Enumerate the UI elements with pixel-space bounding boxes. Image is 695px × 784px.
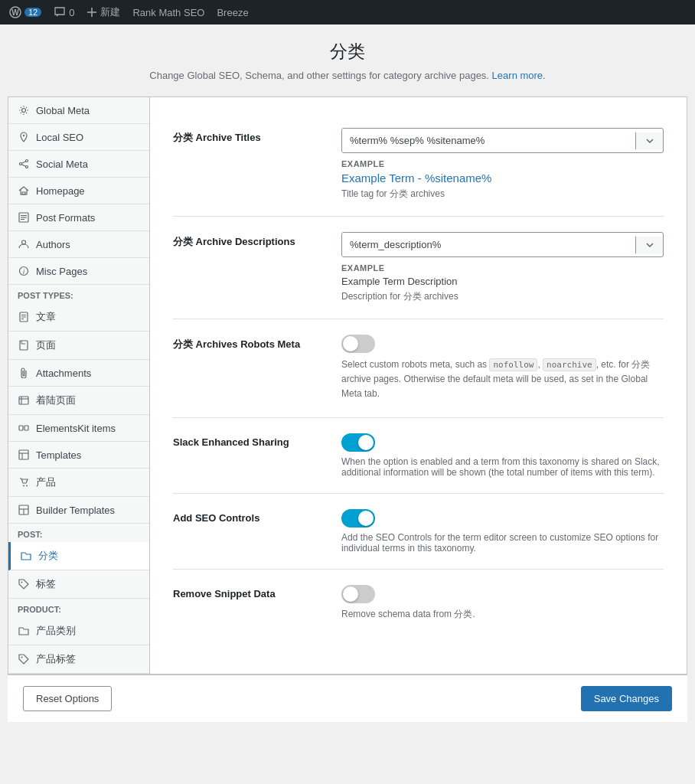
sidebar-item-social-meta[interactable]: Social Meta [8,151,149,178]
snippet-data-control: Remove schema data from 分类. [341,585,664,621]
sidebar-item-attachments[interactable]: Attachments [8,360,149,387]
post-icon [18,311,30,323]
sidebar-builder-templates-label: Builder Templates [36,505,115,516]
post-section-label: Post: [8,524,149,542]
archive-titles-dropdown-btn[interactable] [635,132,663,149]
admin-bar-rankmath[interactable]: Rank Math SEO [132,7,204,18]
sidebar-item-biaoqian[interactable]: 标签 [8,570,149,599]
product-section-label: Product: [8,599,149,617]
snippet-data-label: Remove Snippet Data [173,585,326,599]
sidebar-item-chanpin[interactable]: 产品 [8,469,149,497]
slack-sharing-label: Slack Enhanced Sharing [173,433,326,448]
sidebar-yemian-label: 页面 [36,338,56,352]
landing-icon [18,394,30,407]
sidebar-post-formats-label: Post Formats [36,212,95,224]
sidebar-item-local-seo[interactable]: Local SEO [8,124,149,151]
svg-point-38 [21,657,23,658]
svg-rect-28 [24,426,28,430]
product-icon [18,476,30,488]
sidebar-authors-label: Authors [36,239,70,250]
reset-options-button[interactable]: Reset Options [23,686,112,711]
archive-titles-row: 分类 Archive Titles EXAMPLE Example Term -… [173,113,664,217]
slack-sharing-toggle[interactable] [341,433,375,452]
sidebar-fenlei-label: 分类 [38,549,58,563]
content-area: 分类 Archive Titles EXAMPLE Example Term -… [150,97,687,674]
folder-icon [20,550,32,562]
sidebar-item-product-tag[interactable]: 产品标签 [8,645,149,674]
tag-icon [18,578,30,590]
archive-descriptions-dropdown-btn[interactable] [635,237,663,253]
sidebar-item-templates[interactable]: Templates [8,442,149,469]
robots-meta-control: Select custom robots meta, such as nofol… [341,335,664,402]
svg-rect-11 [22,192,25,194]
slack-sharing-control: When the option is enabled and a term fr… [341,433,664,478]
sidebar-misc-pages-label: Misc Pages [36,266,87,277]
wp-badge: 12 [24,8,41,17]
robots-meta-track[interactable] [341,335,375,353]
sidebar-item-misc-pages[interactable]: i Misc Pages [8,258,149,285]
main-container: Global Meta Local SEO Social Meta Homepa… [8,96,687,675]
sidebar-wenzha-label: 文章 [36,310,56,324]
sidebar-item-global-meta[interactable]: Global Meta [8,97,149,124]
learn-more-link[interactable]: Learn more. [492,70,546,81]
sidebar-chanpin-label: 产品 [36,475,56,489]
sidebar-item-authors[interactable]: Authors [8,231,149,258]
slack-sharing-toggle-wrapper [341,433,664,452]
sidebar-item-post-formats[interactable]: Post Formats [8,204,149,231]
snippet-data-toggle[interactable] [341,585,375,603]
admin-bar-breeze[interactable]: Breeze [217,7,248,18]
seo-controls-toggle-wrapper [341,509,664,528]
sidebar-item-homepage[interactable]: Homepage [8,178,149,204]
snippet-data-track[interactable] [341,585,375,603]
archive-descriptions-label: 分类 Archive Descriptions [173,232,326,249]
elementskit-icon [18,422,30,434]
slack-sharing-track[interactable] [341,433,375,452]
sidebar-templates-label: Templates [36,449,81,461]
snippet-data-toggle-wrapper [341,585,664,603]
svg-text:i: i [23,268,25,276]
admin-bar-comments[interactable]: 0 [54,6,74,18]
home-icon [18,185,30,197]
sidebar-item-fenlei[interactable]: 分类 [8,542,149,570]
archive-descriptions-input-wrapper [341,232,664,257]
archive-titles-input[interactable] [342,129,635,152]
footer-bar: Reset Options Save Changes [8,675,687,722]
sidebar-item-elementskit[interactable]: ElementsKit items [8,415,149,442]
archive-titles-label: 分类 Archive Titles [173,128,326,145]
sidebar-social-meta-label: Social Meta [36,158,88,170]
robots-meta-row: 分类 Archives Robots Meta Select custom ro… [173,319,664,418]
sidebar-local-seo-label: Local SEO [36,132,83,143]
page-title: 分类 [15,40,680,64]
rankmath-label: Rank Math SEO [132,7,204,18]
admin-bar-wp[interactable]: W 12 [9,6,41,18]
gear-icon [18,104,30,116]
seo-controls-toggle[interactable] [341,509,375,528]
sidebar-item-product-cat[interactable]: 产品类别 [8,617,149,645]
svg-point-32 [23,485,24,487]
svg-rect-29 [19,450,28,459]
location-icon [18,131,30,143]
save-changes-button[interactable]: Save Changes [581,686,672,711]
svg-text:W: W [11,8,19,17]
robots-meta-toggle-wrapper [341,335,664,353]
sidebar-product-cat-label: 产品类别 [36,624,76,638]
sidebar-item-yemian[interactable]: 页面 [8,332,149,360]
sidebar-item-landing[interactable]: 着陆页面 [8,387,149,415]
admin-bar-new[interactable]: 新建 [86,5,120,19]
seo-controls-track[interactable] [341,509,375,528]
svg-point-6 [26,160,28,162]
archive-titles-example-value: Example Term - %sitename% [341,172,664,185]
sidebar-item-wenzha[interactable]: 文章 [8,303,149,332]
archive-descriptions-input[interactable] [342,233,635,256]
comment-count: 0 [69,7,74,18]
sidebar-elementskit-label: ElementsKit items [36,423,116,434]
robots-meta-toggle[interactable] [341,335,375,353]
svg-rect-27 [19,426,23,430]
product-tag-icon [18,653,30,665]
breeze-label: Breeze [217,7,248,18]
sidebar: Global Meta Local SEO Social Meta Homepa… [8,97,150,674]
sidebar-item-builder-templates[interactable]: Builder Templates [8,497,149,524]
format-icon [18,211,30,224]
archive-descriptions-control: EXAMPLE Example Term Description Descrip… [341,232,664,303]
authors-icon [18,238,30,250]
